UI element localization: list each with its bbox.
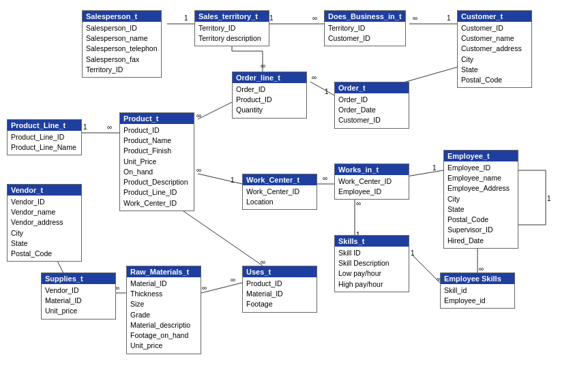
table-employee-skills-header: Employee Skills [441,273,514,284]
svg-text:1: 1 [432,164,437,172]
table-vendor-body: Vendor_ID Vendor_name Vendor_address Cit… [8,196,81,261]
svg-text:1: 1 [83,123,87,131]
svg-text:∞: ∞ [231,276,235,283]
svg-text:∞: ∞ [312,74,317,81]
table-supplies: Supplies_t Vendor_ID Material_ID Unit_pr… [41,273,116,320]
table-raw-materials-header: Raw_Materials_t [127,266,201,277]
table-employee-skills-body: Skill_id Employee_id [441,284,514,308]
table-product-body: Product_ID Product_Name Product_Finish U… [120,124,194,211]
table-raw-materials: Raw_Materials_t Material_ID Thickness Si… [126,266,201,354]
table-product: Product_t Product_ID Product_Name Produc… [119,112,194,211]
table-salesperson-header: Salesperson_t [83,11,161,22]
table-salesperson-body: Salesperson_ID Salesperson_name Salesper… [83,22,161,77]
table-customer: Customer_t Customer_ID Customer_name Cus… [457,10,532,88]
table-salesperson: Salesperson_t Salesperson_ID Salesperson… [82,10,162,78]
table-sales-territory-body: Territory_ID Territory description [195,22,269,46]
table-work-center-header: Work_Center_t [243,174,317,185]
table-product-line: Product_Line_t Product_Line_ID Product_L… [7,119,82,155]
svg-text:∞: ∞ [323,174,327,182]
table-product-line-header: Product_Line_t [8,120,81,131]
table-order-line-body: Order_ID Product_ID Quantity [233,83,306,118]
table-uses: Uses_t Product_ID Material_ID Footage [242,266,317,313]
table-employee-header: Employee_t [444,151,518,161]
table-uses-header: Uses_t [243,266,317,277]
table-works-in-header: Works_in_t [335,164,409,175]
svg-text:1: 1 [411,249,415,257]
svg-line-25 [198,174,242,184]
svg-text:∞: ∞ [202,284,207,292]
svg-text:∞: ∞ [479,265,484,273]
table-product-line-body: Product_Line_ID Product_Line_Name [8,131,81,155]
table-does-business-body: Territory_ID Customer_ID [325,22,405,46]
table-vendor-header: Vendor_t [8,185,81,196]
svg-text:1: 1 [447,14,451,22]
table-skills: Skills_t Skill ID Skill Description Low … [334,235,409,292]
svg-text:∞: ∞ [413,14,417,22]
svg-text:∞: ∞ [196,112,201,119]
table-product-header: Product_t [120,113,194,124]
svg-text:∞: ∞ [196,166,201,174]
table-order-line: Order_line_t Order_ID Product_ID Quantit… [232,72,307,119]
table-does-business-header: Does_Business_in_t [325,11,405,22]
svg-text:∞: ∞ [356,200,361,207]
svg-text:1: 1 [547,195,551,202]
svg-text:∞: ∞ [261,258,265,266]
svg-text:1: 1 [269,14,274,22]
table-work-center: Work_Center_t Work_Center_ID Location [242,174,317,210]
svg-text:1: 1 [184,14,188,22]
table-work-center-body: Work_Center_ID Location [243,185,317,209]
svg-text:1: 1 [231,176,235,184]
table-employee-skills: Employee Skills Skill_id Employee_id [440,273,515,309]
table-sales-territory: Sales_territory_t Territory_ID Territory… [194,10,269,46]
table-skills-body: Skill ID Skill Description Low pay/hour … [335,247,409,292]
svg-line-13 [310,82,334,95]
table-order-line-header: Order_line_t [233,72,306,83]
table-supplies-header: Supplies_t [42,273,115,284]
svg-text:∞: ∞ [261,62,265,69]
table-does-business: Does_Business_in_t Territory_ID Customer… [324,10,406,46]
table-order-header: Order_t [335,82,409,93]
table-sales-territory-header: Sales_territory_t [195,11,269,22]
table-vendor: Vendor_t Vendor_ID Vendor_name Vendor_ad… [7,184,82,262]
table-works-in: Works_in_t Work_Center_ID Employee_ID [334,164,409,200]
svg-line-41 [413,255,440,283]
table-order-body: Order_ID Order_Date Customer_ID [335,93,409,128]
table-customer-header: Customer_t [458,11,531,22]
svg-text:∞: ∞ [312,14,317,22]
table-skills-header: Skills_t [335,236,409,247]
table-supplies-body: Vendor_ID Material_ID Unit_price [42,284,115,319]
table-employee: Employee_t Employee_ID Employee_name Emp… [443,150,518,249]
table-uses-body: Product_ID Material_ID Footage [243,277,317,312]
svg-text:1: 1 [325,88,329,95]
table-order: Order_t Order_ID Order_Date Customer_ID [334,82,409,129]
table-customer-body: Customer_ID Customer_name Customer_addre… [458,22,531,87]
erd-canvas: 1 ∞ 1 ∞ ∞ 1 ∞ ∞ 1 1 ∞ 1 ∞ ∞ ∞ ∞ 1 [0,0,588,389]
table-raw-materials-body: Material_ID Thickness Size Grade Materia… [127,277,201,354]
table-employee-body: Employee_ID Employee_name Employee_Addre… [444,161,518,248]
table-works-in-body: Work_Center_ID Employee_ID [335,175,409,199]
svg-text:∞: ∞ [107,123,112,131]
svg-line-53 [201,283,242,293]
